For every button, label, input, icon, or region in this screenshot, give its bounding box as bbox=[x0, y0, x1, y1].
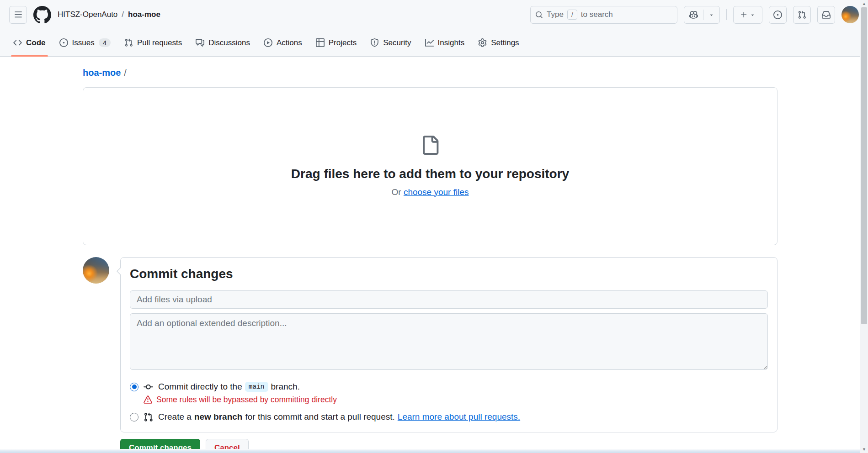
scroll-down-arrow[interactable]: ▼ bbox=[860, 446, 868, 453]
file-icon bbox=[421, 136, 440, 155]
tab-label: Discussions bbox=[208, 38, 250, 47]
issues-header-button[interactable] bbox=[769, 6, 787, 24]
user-avatar[interactable] bbox=[841, 6, 859, 23]
tab-code[interactable]: Code bbox=[6, 29, 53, 56]
tab-label: Issues bbox=[72, 38, 95, 47]
commit-section: Commit changes Commit directly to the ma… bbox=[83, 257, 777, 432]
rules-bypass-warning: Some rules will be bypassed by committin… bbox=[144, 395, 768, 405]
hamburger-menu-button[interactable] bbox=[9, 6, 27, 24]
choose-files-link[interactable]: choose your files bbox=[404, 187, 469, 197]
tab-label: Actions bbox=[277, 38, 302, 47]
code-icon bbox=[13, 38, 22, 47]
branch-name-chip: main bbox=[245, 382, 268, 392]
file-dropzone[interactable]: Drag files here to add them to your repo… bbox=[83, 87, 777, 245]
or-text: Or bbox=[392, 187, 401, 197]
repo-navigation: Code Issues 4 Pull requests Discussions … bbox=[0, 29, 868, 57]
tab-projects[interactable]: Projects bbox=[309, 29, 363, 56]
breadcrumb: HITSZ-OpenAuto / hoa-moe bbox=[58, 10, 160, 19]
github-logo-icon[interactable] bbox=[33, 6, 51, 24]
tab-label: Security bbox=[383, 38, 411, 47]
vertical-scrollbar[interactable]: ▲ ▼ bbox=[860, 0, 868, 453]
label-text: for this commit and start a pull request… bbox=[245, 412, 394, 422]
chevron-down-icon bbox=[750, 12, 756, 18]
commit-title: Commit changes bbox=[130, 267, 768, 281]
commit-author-avatar bbox=[83, 257, 109, 284]
issue-opened-icon bbox=[59, 38, 68, 47]
horizontal-scrollbar[interactable] bbox=[0, 449, 860, 453]
issues-count-badge: 4 bbox=[99, 38, 111, 47]
path-separator: / bbox=[124, 68, 127, 78]
label-text-bold: new branch bbox=[194, 412, 243, 422]
tab-label: Settings bbox=[491, 38, 519, 47]
tab-actions[interactable]: Actions bbox=[257, 29, 309, 56]
tab-insights[interactable]: Insights bbox=[418, 29, 472, 56]
commit-direct-option[interactable]: Commit directly to the main branch. bbox=[130, 382, 768, 392]
breadcrumb-separator: / bbox=[122, 10, 124, 19]
git-pull-request-icon bbox=[124, 38, 133, 47]
search-input[interactable]: Type / to search bbox=[530, 6, 677, 24]
commit-card: Commit changes Commit directly to the ma… bbox=[120, 257, 777, 432]
vertical-scrollbar-thumb[interactable] bbox=[861, 7, 867, 324]
inbox-icon bbox=[822, 11, 831, 19]
new-branch-option[interactable]: Create a new branch for this commit and … bbox=[130, 412, 768, 422]
search-icon bbox=[535, 11, 543, 19]
tab-discussions[interactable]: Discussions bbox=[189, 29, 257, 56]
tab-issues[interactable]: Issues 4 bbox=[53, 29, 117, 56]
graph-icon bbox=[425, 38, 434, 47]
three-bars-icon bbox=[14, 11, 22, 19]
copilot-icon bbox=[684, 6, 703, 23]
tab-label: Projects bbox=[329, 38, 357, 47]
git-pull-request-icon bbox=[798, 11, 806, 19]
create-new-button[interactable] bbox=[733, 6, 762, 24]
dropzone-subtext: Or choose your files bbox=[392, 187, 469, 197]
table-icon bbox=[316, 38, 325, 47]
shield-icon bbox=[370, 38, 379, 47]
breadcrumb-org[interactable]: HITSZ-OpenAuto bbox=[58, 10, 117, 19]
new-branch-label: Create a new branch for this commit and … bbox=[158, 412, 520, 422]
tab-label: Pull requests bbox=[137, 38, 182, 47]
copilot-button[interactable] bbox=[684, 6, 720, 24]
upload-page: hoa-moe / Drag files here to add them to… bbox=[83, 57, 777, 453]
alert-triangle-icon bbox=[144, 395, 152, 404]
commit-target-options: Commit directly to the main branch. Some… bbox=[130, 382, 768, 422]
warning-text: Some rules will be bypassed by committin… bbox=[156, 395, 337, 405]
tab-pull-requests[interactable]: Pull requests bbox=[117, 29, 189, 56]
repo-link[interactable]: hoa-moe bbox=[83, 68, 121, 78]
radio-commit-direct[interactable] bbox=[130, 383, 138, 391]
header-divider bbox=[726, 9, 727, 20]
global-header: HITSZ-OpenAuto / hoa-moe Type / to searc… bbox=[0, 0, 868, 29]
chevron-down-icon[interactable] bbox=[703, 6, 719, 23]
gear-icon bbox=[478, 38, 487, 47]
commit-message-input[interactable] bbox=[130, 290, 768, 309]
comment-discussion-icon bbox=[196, 38, 204, 47]
dropzone-title: Drag files here to add them to your repo… bbox=[291, 167, 569, 181]
play-icon bbox=[264, 38, 272, 47]
tab-settings[interactable]: Settings bbox=[471, 29, 526, 56]
breadcrumb-repo[interactable]: hoa-moe bbox=[128, 10, 160, 19]
label-text: Commit directly to the bbox=[158, 382, 242, 392]
tab-security[interactable]: Security bbox=[363, 29, 418, 56]
card-pointer-fill bbox=[117, 267, 122, 275]
learn-more-link[interactable]: Learn more about pull requests. bbox=[398, 412, 520, 422]
label-text: Create a bbox=[158, 412, 192, 422]
inbox-header-button[interactable] bbox=[817, 6, 835, 24]
radio-new-branch[interactable] bbox=[130, 413, 138, 421]
commit-direct-label: Commit directly to the main branch. bbox=[158, 382, 300, 392]
issue-opened-icon bbox=[773, 11, 782, 19]
search-placeholder-suffix: to search bbox=[581, 10, 613, 19]
repo-path-breadcrumb: hoa-moe / bbox=[83, 68, 777, 78]
git-pull-request-icon bbox=[144, 412, 153, 422]
tab-label: Code bbox=[26, 38, 46, 47]
tab-label: Insights bbox=[438, 38, 465, 47]
plus-icon bbox=[740, 11, 748, 19]
label-text: branch. bbox=[271, 382, 300, 392]
search-placeholder-prefix: Type bbox=[547, 10, 564, 19]
commit-description-textarea[interactable] bbox=[130, 313, 768, 370]
scroll-up-arrow[interactable]: ▲ bbox=[860, 0, 868, 7]
pull-requests-header-button[interactable] bbox=[793, 6, 811, 24]
git-commit-icon bbox=[144, 382, 153, 392]
slash-key-hint: / bbox=[567, 10, 577, 20]
